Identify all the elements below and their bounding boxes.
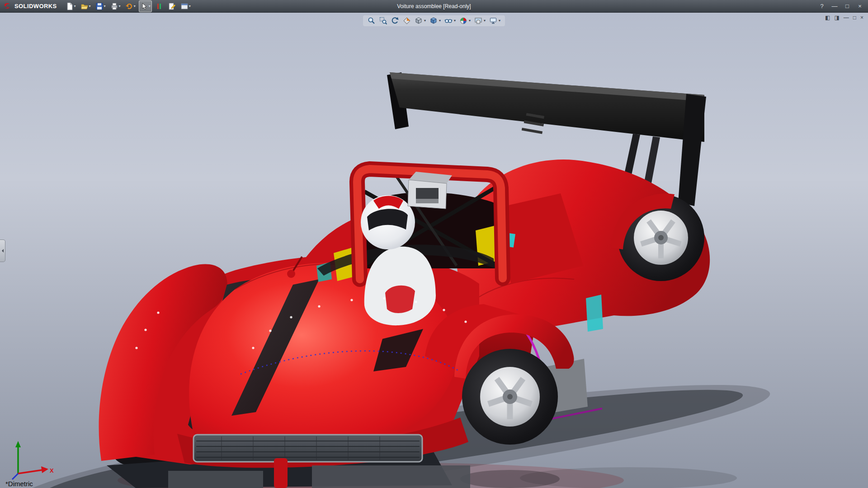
options-window-icon <box>180 2 189 10</box>
window-title: Voiture assomblee [Read-only] <box>397 3 471 9</box>
dropdown-caret-icon[interactable]: ▾ <box>439 19 441 23</box>
title-bar: SOLIDWORKS ▾ ▾ ▾ ▾ <box>0 0 868 13</box>
model-viewport-canvas[interactable] <box>0 13 868 488</box>
undo-icon <box>125 2 133 10</box>
heads-up-view-toolbar: ▾ ▾ ▾ ▾ <box>363 15 505 26</box>
select-button[interactable]: ▾ <box>139 0 152 12</box>
open-folder-icon <box>80 2 89 10</box>
previous-view-icon <box>391 17 399 25</box>
section-view-button[interactable] <box>403 17 411 25</box>
print-button[interactable]: ▾ <box>109 0 122 12</box>
x-axis-label: X <box>50 467 54 474</box>
help-button[interactable]: ? <box>817 3 826 9</box>
print-icon <box>110 2 118 10</box>
edit-appearance-button[interactable]: ▾ <box>459 17 471 25</box>
dropdown-caret-icon[interactable]: ▾ <box>189 5 191 8</box>
display-style-icon <box>429 17 438 25</box>
reference-triad: X <box>6 438 56 482</box>
app-logo-text: SOLIDWORKS <box>14 3 57 9</box>
lower-mesh-right <box>312 465 470 488</box>
cyan-side-window[interactable] <box>586 295 603 332</box>
view-settings-icon <box>489 17 497 25</box>
task-pane-flyout-tab[interactable] <box>0 239 5 262</box>
dropdown-caret-icon[interactable]: ▾ <box>484 19 486 23</box>
dropdown-caret-icon[interactable]: ▾ <box>104 5 106 8</box>
hide-show-items-icon <box>444 17 453 25</box>
y-axis-arrow <box>15 441 21 447</box>
maximize-button[interactable]: □ <box>843 3 852 9</box>
zoom-to-fit-button[interactable] <box>368 17 376 25</box>
window-controls: ? — □ × <box>817 3 864 9</box>
display-style-button[interactable]: ▾ <box>429 17 441 25</box>
doc-minimize-icon[interactable]: — <box>844 14 849 21</box>
zoom-to-fit-icon <box>368 17 376 25</box>
app-logo: SOLIDWORKS <box>4 2 57 10</box>
previous-view-button[interactable] <box>391 17 399 25</box>
solidworks-logo-icon <box>4 2 12 10</box>
zoom-to-area-icon <box>379 17 387 25</box>
dropdown-caret-icon[interactable]: ▾ <box>74 5 76 8</box>
file-properties-icon <box>168 2 176 10</box>
selection-filter-button[interactable] <box>154 0 165 12</box>
apply-scene-button[interactable]: ▾ <box>474 17 486 25</box>
dropdown-caret-icon[interactable]: ▾ <box>499 19 500 23</box>
dropdown-caret-icon[interactable]: ▾ <box>89 5 91 8</box>
save-floppy-icon <box>95 2 104 10</box>
edit-appearance-icon <box>459 17 467 25</box>
view-settings-button[interactable]: ▾ <box>489 17 500 25</box>
section-view-icon <box>403 17 411 25</box>
lower-mesh-left <box>168 471 263 488</box>
dropdown-caret-icon[interactable]: ▾ <box>134 5 136 8</box>
dropdown-caret-icon[interactable]: ▾ <box>469 19 471 23</box>
selection-filter-icon <box>155 2 163 10</box>
new-document-icon <box>66 2 74 10</box>
zoom-to-area-button[interactable] <box>379 17 387 25</box>
save-button[interactable]: ▾ <box>94 0 107 12</box>
standard-toolbar: ▾ ▾ ▾ ▾ ▾ <box>64 0 192 12</box>
minimize-button[interactable]: — <box>830 3 839 9</box>
show-display-pane-icon[interactable]: ◨ <box>834 14 839 21</box>
select-cursor-icon <box>140 2 148 10</box>
hide-show-items-button[interactable]: ▾ <box>444 17 456 25</box>
dropdown-caret-icon[interactable]: ▾ <box>454 19 456 23</box>
view-orientation-icon <box>415 17 423 25</box>
options-button[interactable]: ▾ <box>179 0 192 12</box>
dropdown-caret-icon[interactable]: ▾ <box>424 19 426 23</box>
document-window-controls: ◧ ◨ — □ × <box>825 14 863 21</box>
view-orientation-label: *Dimetric <box>5 480 33 488</box>
doc-restore-icon[interactable]: □ <box>853 14 856 21</box>
x-axis-arrow <box>41 466 48 473</box>
doc-close-icon[interactable]: × <box>860 14 863 21</box>
view-orientation-button[interactable]: ▾ <box>415 17 426 25</box>
nose-post <box>274 458 288 488</box>
apply-scene-icon <box>474 17 482 25</box>
close-button[interactable]: × <box>855 3 864 9</box>
air-intake[interactable] <box>408 172 452 209</box>
graphics-area[interactable]: ▾ ▾ ▾ ▾ <box>0 13 868 488</box>
show-feature-pane-icon[interactable]: ◧ <box>825 14 830 21</box>
open-button[interactable]: ▾ <box>79 0 92 12</box>
dropdown-caret-icon[interactable]: ▾ <box>119 5 121 8</box>
new-document-button[interactable]: ▾ <box>64 0 77 12</box>
dropdown-caret-icon[interactable]: ▾ <box>149 5 151 8</box>
front-right-wheel[interactable] <box>462 349 558 445</box>
undo-button[interactable]: ▾ <box>124 0 137 12</box>
z-axis <box>12 474 18 479</box>
file-properties-button[interactable] <box>166 0 177 12</box>
